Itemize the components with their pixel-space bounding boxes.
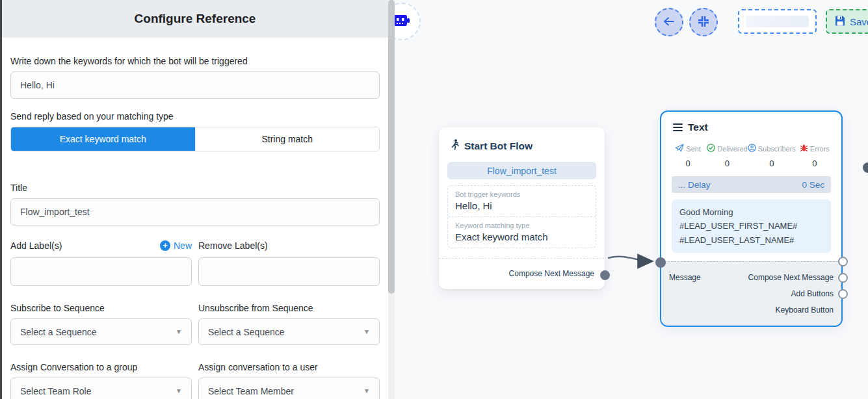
- flow-name-placeholder-button[interactable]: [738, 9, 817, 34]
- assign-group-label: Assign Conversation to a group: [10, 362, 192, 372]
- flow-canvas[interactable]: Save Start Bot Flow: [395, 0, 868, 399]
- compress-icon: [698, 16, 709, 29]
- start-node-title: Start Bot Flow: [464, 140, 533, 152]
- robot-icon: [395, 10, 412, 32]
- message-bubble[interactable]: Good Morning #LEAD_USER_FIRST_NAME# #LEA…: [672, 200, 831, 253]
- compose-next-message-label: Compose Next Message: [509, 269, 594, 278]
- title-label: Title: [10, 183, 380, 193]
- remove-labels-input[interactable]: [198, 257, 380, 286]
- stat-delivered: Delivered 0: [707, 143, 747, 168]
- stats-row: Sent 0 Delivered 0: [661, 143, 841, 168]
- sequence-row: Subscribe to Sequence Select a Sequence …: [10, 303, 380, 345]
- start-bot-flow-node[interactable]: Start Bot Flow Flow_import_test Bot trig…: [439, 127, 605, 289]
- flow-name-chip-label: Flow_import_test: [487, 166, 557, 176]
- text-node-title: Text: [688, 122, 708, 133]
- matching-type-label: Send reply based on your matching type: [10, 111, 380, 122]
- errors-icon: [800, 143, 808, 155]
- subscribe-sequence-select[interactable]: Select a Sequence ▼: [10, 318, 192, 345]
- assign-group-value: Select Team Role: [20, 386, 91, 396]
- caret-down-icon: ▼: [176, 387, 182, 394]
- add-buttons-port[interactable]: [838, 273, 848, 283]
- text-node-header: Text: [661, 112, 841, 133]
- start-node-header: Start Bot Flow: [439, 127, 605, 153]
- new-label-button[interactable]: + New: [160, 240, 192, 251]
- save-label: Save: [850, 16, 868, 27]
- labels-row: Add Label(s) + New Remove Label(s): [10, 239, 380, 286]
- plus-icon: +: [160, 240, 170, 251]
- remove-labels-col: Remove Label(s): [198, 239, 380, 286]
- remove-labels-label: Remove Label(s): [198, 240, 268, 251]
- delay-setting[interactable]: ... Delay 0 Sec: [672, 176, 831, 193]
- text-node-footer: Message Compose Next Message Add Buttons…: [661, 261, 841, 326]
- bot-badge[interactable]: [395, 3, 421, 40]
- matching-type-tabs: Exact keyword match String match: [10, 127, 380, 151]
- app-window: Configure Reference Write down the keywo…: [0, 0, 868, 399]
- drag-handle-icon[interactable]: [673, 123, 683, 132]
- matching-type-section: Keyword matching type Exact keyword matc…: [448, 216, 596, 248]
- subscribe-sequence-value: Select a Sequence: [20, 327, 97, 337]
- compose-next-message-port[interactable]: [838, 257, 848, 266]
- start-node-footer: Compose Next Message: [439, 259, 605, 289]
- fit-view-button[interactable]: [689, 8, 718, 36]
- add-buttons-output-label: Add Buttons: [791, 289, 834, 298]
- matching-type-summary-value: Exact keyword match: [455, 231, 588, 242]
- sent-icon: [675, 143, 684, 155]
- message-input-port[interactable]: [655, 257, 666, 268]
- trigger-keywords-label: Bot trigger keywords: [455, 190, 588, 198]
- subscribe-sequence-label: Subscribe to Sequence: [10, 303, 192, 313]
- start-output-port[interactable]: [600, 270, 610, 280]
- panel-scrollbar-thumb[interactable]: [388, 0, 395, 294]
- stat-sent: Sent 0: [669, 143, 707, 168]
- save-icon: [835, 16, 845, 28]
- panel-scrollbar: [388, 0, 395, 399]
- caret-down-icon: ▼: [363, 387, 370, 394]
- back-icon: [663, 16, 676, 29]
- tab-exact-keyword-match[interactable]: Exact keyword match: [11, 127, 195, 151]
- save-button[interactable]: Save: [826, 9, 868, 34]
- delivered-icon: [707, 143, 715, 155]
- trigger-keywords-value: Hello, Hi: [455, 200, 588, 211]
- message-input-label: Message: [669, 273, 701, 282]
- new-label-text: New: [174, 240, 192, 251]
- matching-type-summary-label: Keyword matching type: [455, 222, 588, 229]
- stat-errors: Errors 0: [796, 143, 834, 168]
- unsubscribe-sequence-select[interactable]: Select a Sequence ▼: [198, 318, 380, 345]
- walking-person-icon: [451, 139, 460, 153]
- offscreen-node-port[interactable]: [863, 162, 868, 173]
- subscribers-icon: [748, 143, 756, 155]
- delay-value: 0 Sec: [802, 180, 824, 190]
- title-input[interactable]: [10, 198, 380, 225]
- caret-down-icon: ▼: [363, 328, 370, 335]
- compose-next-message-output-label: Compose Next Message: [748, 273, 834, 282]
- add-labels-col: Add Label(s) + New: [10, 239, 192, 286]
- unsubscribe-sequence-label: Unsubscribe from Sequence: [198, 303, 380, 313]
- keyboard-button-output-label: Keyboard Button: [776, 305, 834, 315]
- assign-user-label: Assign conversation to a user: [198, 362, 380, 372]
- delay-label: ... Delay: [678, 180, 711, 190]
- flow-name-chip[interactable]: Flow_import_test: [447, 162, 596, 179]
- page-title: Configure Reference: [135, 12, 256, 26]
- add-labels-label: Add Label(s): [10, 240, 62, 251]
- keywords-label: Write down the keywords for which the bo…: [10, 56, 380, 66]
- panel-header: Configure Reference: [2, 0, 388, 38]
- add-labels-input[interactable]: [10, 257, 192, 286]
- keyboard-button-port[interactable]: [838, 289, 848, 299]
- assign-row: Assign Conversation to a group Select Te…: [10, 362, 380, 399]
- text-message-node[interactable]: Text Sent 0: [660, 110, 843, 327]
- skeleton-pill: [746, 16, 809, 27]
- assign-user-value: Select Team Member: [208, 386, 294, 396]
- caret-down-icon: ▼: [176, 328, 182, 335]
- stat-subscribers: Subscribers 0: [748, 143, 796, 168]
- assign-user-select[interactable]: Select Team Member ▼: [198, 378, 380, 399]
- trigger-summary-box: Bot trigger keywords Hello, Hi Keyword m…: [447, 185, 596, 248]
- tab-string-match[interactable]: String match: [195, 127, 380, 151]
- unsubscribe-sequence-value: Select a Sequence: [208, 327, 285, 337]
- panel-body: Write down the keywords for which the bo…: [2, 56, 388, 399]
- configure-panel: Configure Reference Write down the keywo…: [2, 0, 388, 399]
- keywords-input[interactable]: [10, 71, 380, 99]
- assign-group-select[interactable]: Select Team Role ▼: [10, 378, 192, 399]
- back-button[interactable]: [655, 8, 683, 36]
- trigger-keywords-section: Bot trigger keywords Hello, Hi: [448, 186, 596, 216]
